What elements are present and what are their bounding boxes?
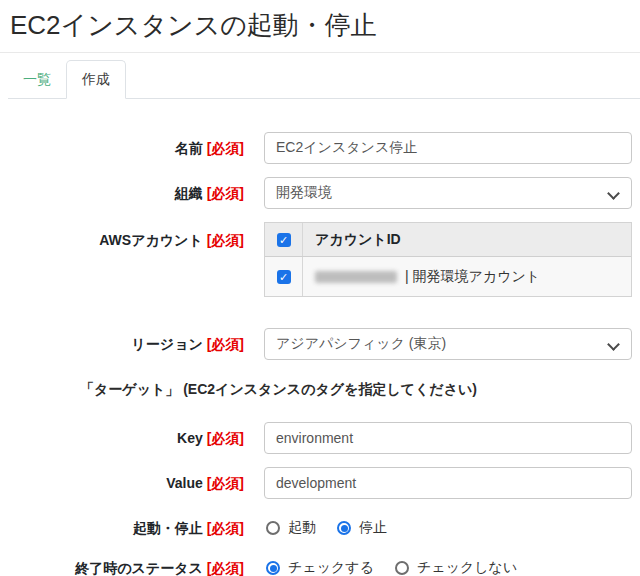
tab-list[interactable]: 一覧 — [8, 61, 66, 98]
action-required-badge: [必須] — [207, 520, 244, 536]
value-row: Value [必須] — [0, 467, 640, 499]
status-no-check-label: チェックしない — [417, 559, 517, 576]
title-divider — [0, 52, 640, 53]
region-select[interactable]: アジアパシフィック (東京) — [264, 328, 632, 360]
radio-unselected-icon — [395, 561, 409, 575]
action-radio-group: 起動 停止 — [264, 519, 632, 537]
region-label: リージョン — [131, 336, 202, 352]
radio-selected-icon — [266, 561, 280, 575]
account-table-header-row: ✓ アカウントID — [265, 223, 631, 257]
region-select-value: アジアパシフィック (東京) — [276, 335, 446, 353]
create-form: 名前 [必須] 組織 [必須] 開発環境 AWSアカウント [必須] — [0, 132, 640, 576]
action-row: 起動・停止 [必須] 起動 停止 — [0, 512, 640, 544]
end-status-label: 終了時のステータス — [75, 560, 203, 576]
organization-required-badge: [必須] — [207, 185, 244, 201]
action-label: 起動・停止 — [133, 520, 203, 536]
action-start-label: 起動 — [288, 519, 316, 537]
key-row: Key [必須] — [0, 422, 640, 454]
aws-account-table: ✓ アカウントID ✓ | 開発環境アカウント — [264, 222, 632, 297]
status-no-check-option[interactable]: チェックしない — [395, 559, 517, 576]
tab-create[interactable]: 作成 — [66, 60, 126, 99]
key-label: Key — [177, 430, 203, 446]
key-required-badge: [必須] — [207, 430, 244, 446]
action-stop-label: 停止 — [359, 519, 387, 537]
radio-unselected-icon — [266, 521, 280, 535]
organization-label: 組織 — [175, 185, 203, 201]
chevron-down-icon — [607, 338, 620, 351]
name-row: 名前 [必須] — [0, 132, 640, 164]
region-row: リージョン [必須] アジアパシフィック (東京) — [0, 328, 640, 360]
value-label: Value — [166, 475, 203, 491]
organization-row: 組織 [必須] 開発環境 — [0, 177, 640, 209]
value-required-badge: [必須] — [207, 475, 244, 491]
action-stop-option[interactable]: 停止 — [337, 519, 387, 537]
region-required-badge: [必須] — [207, 336, 244, 352]
organization-select-value: 開発環境 — [276, 184, 332, 202]
name-label: 名前 — [175, 140, 203, 156]
account-id-header: アカウントID — [303, 231, 401, 249]
select-all-checkbox[interactable]: ✓ — [277, 233, 291, 247]
key-input[interactable] — [264, 422, 632, 454]
account-table-row: ✓ | 開発環境アカウント — [265, 257, 631, 296]
aws-account-label: AWSアカウント — [99, 232, 203, 248]
aws-account-row: AWSアカウント [必須] ✓ アカウントID ✓ | 開発環境アカウン — [0, 222, 640, 297]
name-input[interactable] — [264, 132, 632, 164]
name-required-badge: [必須] — [207, 140, 244, 156]
aws-account-required-badge: [必須] — [207, 232, 244, 248]
status-check-option[interactable]: チェックする — [266, 559, 374, 576]
organization-select[interactable]: 開発環境 — [264, 177, 632, 209]
masked-account-id — [315, 271, 397, 283]
account-row-text: | 開発環境アカウント — [405, 268, 540, 286]
chevron-down-icon — [607, 187, 620, 200]
target-section-heading: 「ターゲット」 (EC2インスタンスのタグを指定してください) — [80, 381, 640, 399]
account-row-checkbox[interactable]: ✓ — [277, 270, 291, 284]
end-status-required-badge: [必須] — [207, 560, 244, 576]
value-input[interactable] — [264, 467, 632, 499]
end-status-row: 終了時のステータス [必須] チェックする チェックしない — [0, 552, 640, 576]
tab-bar: 一覧 作成 — [8, 61, 640, 99]
end-status-radio-group: チェックする チェックしない — [264, 559, 632, 576]
page-title: EC2インスタンスの起動・停止 — [10, 6, 640, 44]
status-check-label: チェックする — [288, 559, 374, 576]
radio-selected-icon — [337, 521, 351, 535]
action-start-option[interactable]: 起動 — [266, 519, 316, 537]
